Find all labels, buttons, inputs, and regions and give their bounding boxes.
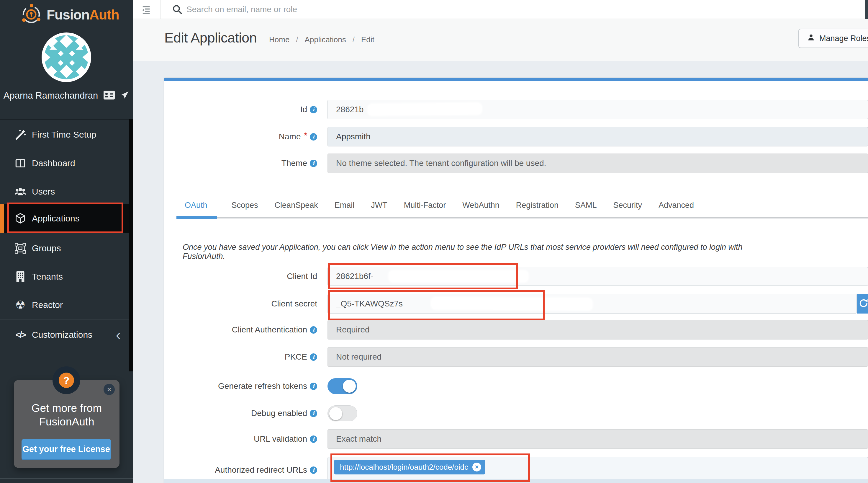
annotation-box-applications (7, 202, 123, 233)
info-icon[interactable]: i (310, 133, 317, 141)
annotation-box-client-secret (328, 290, 545, 320)
info-icon[interactable]: i (310, 410, 317, 417)
tab-registration[interactable]: Registration (516, 201, 559, 210)
tab-underline-track (177, 217, 868, 219)
location-arrow-icon[interactable] (120, 91, 129, 101)
breadcrumb-separator: / (296, 35, 298, 44)
tab-multi-factor[interactable]: Multi-Factor (404, 201, 446, 210)
breadcrumb-separator: / (352, 35, 354, 44)
promo-close-button[interactable]: × (103, 384, 115, 395)
breadcrumb-home[interactable]: Home (269, 35, 289, 44)
sidebar-divider (0, 478, 133, 479)
promo-text: Get more from FusionAuth (14, 401, 120, 429)
help-badge: ? (53, 366, 80, 394)
sidebar: FusionAuth (0, 0, 133, 483)
theme-label: Themei (164, 153, 317, 173)
sidebar-item-tenants[interactable]: Tenants (0, 262, 133, 291)
name-label: Name*i (164, 127, 317, 146)
debug-enabled-toggle[interactable] (328, 405, 357, 421)
regenerate-secret-button[interactable] (857, 294, 868, 314)
tab-webauthn[interactable]: WebAuthn (462, 201, 499, 210)
url-validation-label: URL validationi (164, 429, 317, 449)
tab-jwt[interactable]: JWT (371, 201, 387, 210)
sidebar-divider (0, 319, 133, 319)
users-icon (13, 187, 27, 197)
annotation-box-client-id (328, 263, 518, 289)
tab-bar: OAuth Scopes CleanSpeak Email JWT Multi-… (177, 201, 694, 210)
address-card-icon[interactable] (103, 90, 115, 101)
info-icon[interactable]: i (310, 160, 317, 167)
question-mark-icon: ? (59, 373, 74, 388)
brand-name: FusionAuth (46, 7, 119, 23)
pkce-field: Not required (328, 347, 868, 367)
info-icon[interactable]: i (310, 353, 317, 361)
theme-field: No theme selected. The tenant configurat… (328, 153, 868, 173)
person-icon (807, 34, 815, 44)
columns-icon (13, 158, 27, 169)
info-icon[interactable]: i (310, 435, 317, 443)
topbar-divider (160, 0, 160, 19)
sidebar-item-first-time-setup[interactable]: First Time Setup (0, 120, 133, 149)
manage-roles-button[interactable]: Manage Roles (798, 29, 868, 48)
tab-cleanspeak[interactable]: CleanSpeak (275, 201, 318, 210)
name-field[interactable]: Appsmith (328, 127, 868, 146)
page-title: Edit Application (164, 30, 257, 46)
close-icon: × (107, 385, 111, 394)
info-icon[interactable]: i (310, 466, 317, 474)
oauth-notice: Once you have saved your Application, yo… (183, 243, 761, 261)
info-icon[interactable]: i (310, 326, 317, 334)
search-input[interactable] (186, 2, 659, 17)
fusionauth-admin-page: FusionAuth (0, 0, 868, 483)
sidebar-scrollbar[interactable] (129, 119, 133, 371)
info-icon[interactable]: i (310, 382, 317, 390)
toggle-knob (329, 407, 342, 420)
client-secret-label: Client secret (164, 294, 317, 314)
tab-security[interactable]: Security (613, 201, 642, 210)
user-row: Aparna Ramachandran (0, 89, 133, 103)
annotation-box-redirect-urls (331, 453, 530, 482)
redaction-smear (368, 103, 482, 115)
magic-wand-icon (13, 129, 27, 140)
sidebar-item-groups[interactable]: Groups (0, 234, 133, 262)
url-validation-field: Exact match (328, 429, 868, 449)
generate-refresh-tokens-label: Generate refresh tokensi (164, 378, 317, 394)
pkce-label: PKCEi (164, 347, 317, 367)
tab-scopes[interactable]: Scopes (231, 201, 258, 210)
tab-active-indicator (177, 216, 217, 219)
corner-sliver (865, 0, 868, 22)
id-label: Idi (164, 100, 317, 119)
client-authentication-label: Client Authenticationi (164, 320, 317, 340)
collapse-sidebar-button[interactable] (139, 4, 153, 16)
toggle-knob (343, 380, 356, 393)
generate-refresh-tokens-toggle[interactable] (328, 378, 357, 394)
sidebar-item-users[interactable]: Users (0, 177, 133, 206)
sidebar-divider (0, 119, 133, 120)
get-free-license-button[interactable]: Get your free License (22, 439, 111, 460)
client-id-label: Client Id (164, 267, 317, 286)
debug-enabled-label: Debug enabledi (164, 405, 317, 421)
search-icon (172, 4, 183, 15)
client-authentication-field: Required (328, 320, 868, 340)
object-group-icon (13, 243, 27, 254)
tab-saml[interactable]: SAML (575, 201, 597, 210)
breadcrumb-applications[interactable]: Applications (305, 35, 346, 44)
sidebar-item-reactor[interactable]: ☢ Reactor (0, 291, 133, 319)
breadcrumb: Home / Applications / Edit (269, 35, 374, 44)
tab-email[interactable]: Email (335, 201, 354, 210)
sidebar-item-dashboard[interactable]: Dashboard (0, 149, 133, 177)
avatar (41, 32, 91, 82)
user-name: Aparna Ramachandran (4, 90, 98, 101)
info-icon[interactable]: i (310, 106, 317, 113)
radiation-icon: ☢ (13, 300, 27, 311)
sidebar-item-customizations[interactable]: </> Customizations ‹ (0, 321, 133, 349)
chevron-left-icon: ‹ (116, 330, 120, 339)
refresh-icon (859, 298, 868, 309)
tab-oauth[interactable]: OAuth (177, 201, 215, 210)
tab-advanced[interactable]: Advanced (658, 201, 694, 210)
building-icon (13, 271, 27, 282)
fusionauth-logo[interactable]: FusionAuth (21, 4, 121, 26)
breadcrumb-edit: Edit (361, 35, 374, 44)
fusionauth-logo-icon (21, 4, 42, 26)
code-icon: </> (13, 330, 27, 340)
active-item-indicator (0, 204, 4, 233)
